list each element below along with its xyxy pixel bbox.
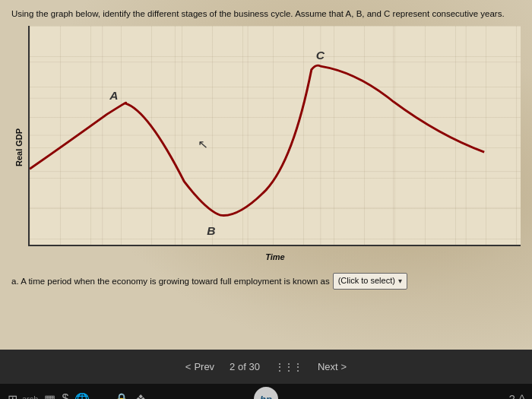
- hp-text: hp: [260, 394, 272, 400]
- prev-button[interactable]: < Prev: [185, 361, 214, 372]
- part-a-text: a. A time period when the economy is gro…: [11, 274, 330, 288]
- taskbar-browser-icon[interactable]: 🌐: [74, 392, 90, 400]
- hp-logo: hp: [254, 387, 278, 399]
- navigation-bar: < Prev 2 of 30 ⋮⋮⋮ Next >: [0, 350, 532, 384]
- y-axis-label: Real GDP: [11, 26, 27, 246]
- answer-row: a. A time period when the economy is gro…: [11, 273, 521, 290]
- svg-text:C: C: [316, 49, 325, 62]
- page-indicator: 2 of 30: [230, 361, 260, 372]
- search-bar: ⊞ arch: [8, 392, 38, 400]
- chevron-down-icon: ▾: [398, 275, 402, 287]
- svg-text:A: A: [109, 90, 118, 102]
- grid-icon[interactable]: ⋮⋮⋮: [275, 362, 302, 372]
- question-text: Using the graph below, identify the diff…: [11, 8, 521, 20]
- help-icon[interactable]: ?: [509, 393, 515, 399]
- graph-container: A B C ↖ Time: [28, 26, 521, 246]
- svg-text:↖: ↖: [198, 137, 207, 150]
- taskbar-apps-icon[interactable]: ▦: [44, 392, 55, 400]
- dropdown-select[interactable]: (Click to select) ▾: [333, 273, 407, 290]
- graph-svg: A B C ↖: [30, 26, 521, 245]
- x-axis-label: Time: [265, 252, 284, 261]
- taskbar-window-icon[interactable]: ▬: [96, 392, 108, 399]
- next-label: Next: [318, 361, 338, 372]
- taskbar-settings-icon[interactable]: ❖: [135, 392, 146, 400]
- windows-icon[interactable]: ⊞: [8, 392, 17, 400]
- svg-text:B: B: [207, 224, 215, 236]
- chevron-up-icon[interactable]: ^: [519, 393, 524, 399]
- prev-label: Prev: [194, 361, 214, 372]
- taskbar-lock-icon[interactable]: 🔒: [114, 392, 129, 400]
- next-button[interactable]: Next >: [318, 361, 347, 372]
- taskbar-right: ? ^: [509, 393, 524, 399]
- main-content: Using the graph below, identify the diff…: [0, 0, 532, 350]
- chevron-left-icon: <: [185, 361, 192, 372]
- dropdown-label: (Click to select): [338, 274, 395, 288]
- search-text: arch: [22, 394, 38, 399]
- taskbar: ⊞ arch ▦ $ 🌐 ▬ 🔒 ❖ hp ? ^: [0, 384, 532, 399]
- chart-area: Real GDP: [11, 26, 521, 246]
- answer-section: a. A time period when the economy is gro…: [11, 273, 521, 290]
- chevron-right-icon: >: [341, 361, 347, 372]
- taskbar-dollar-icon[interactable]: $: [62, 392, 68, 399]
